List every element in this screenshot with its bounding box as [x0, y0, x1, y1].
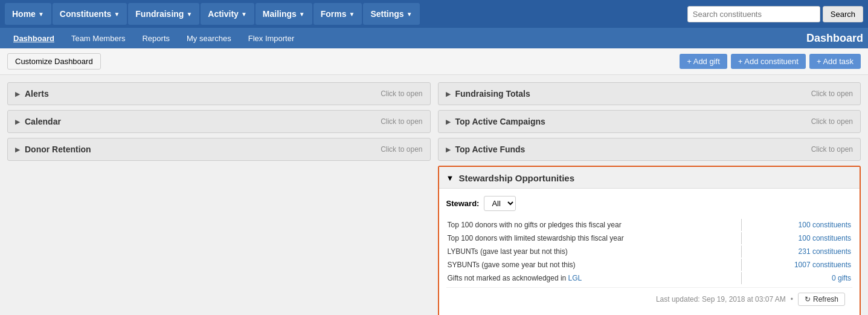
stewardship-row-count[interactable]: 1007 constituents — [747, 258, 852, 271]
mailings-arrow-icon: ▼ — [299, 11, 305, 18]
stewardship-row: Gifts not marked as acknowledged in LGL0… — [446, 271, 853, 285]
subnav-my-searches[interactable]: My searches — [178, 28, 240, 48]
steward-selector-row: Steward: All — [446, 196, 853, 211]
nav-forms[interactable]: Forms ▼ — [313, 3, 362, 25]
nav-home[interactable]: Home ▼ — [5, 3, 51, 25]
refresh-icon: ↻ — [805, 295, 811, 304]
subnav-dashboard[interactable]: Dashboard — [5, 28, 63, 48]
top-active-funds-collapse-icon: ▶ — [446, 146, 451, 153]
divider-cell — [736, 271, 747, 285]
top-nav: Home ▼ Constituents ▼ Fundraising ▼ Acti… — [0, 0, 868, 28]
nav-mailings[interactable]: Mailings ▼ — [256, 3, 312, 25]
steward-label: Steward: — [446, 199, 480, 208]
add-task-button[interactable]: + Add task — [809, 54, 861, 69]
page-title: Dashboard — [806, 32, 863, 45]
stewardship-row: SYBUNTs (gave some year but not this)100… — [446, 258, 853, 271]
add-gift-button[interactable]: + Add gift — [680, 54, 727, 69]
stewardship-body: Steward: All Top 100 donors with no gift… — [439, 189, 860, 315]
calendar-title: Calendar — [25, 117, 61, 126]
stewardship-row: LYBUNTs (gave last year but not this)231… — [446, 245, 853, 258]
activity-arrow-icon: ▼ — [241, 11, 247, 18]
forms-arrow-icon: ▼ — [349, 11, 355, 18]
fundraising-totals-header[interactable]: ▶ Fundraising Totals Click to open — [439, 83, 861, 105]
right-column: ▶ Fundraising Totals Click to open ▶ Top… — [438, 82, 861, 315]
calendar-click-text: Click to open — [381, 117, 422, 126]
stewardship-row: Top 100 donors with limited stewardship … — [446, 232, 853, 245]
add-constituent-button[interactable]: + Add constituent — [731, 54, 806, 69]
subnav-team-members[interactable]: Team Members — [63, 28, 134, 48]
calendar-collapse-icon: ▶ — [15, 119, 20, 125]
donor-retention-panel-header[interactable]: ▶ Donor Retention Click to open — [8, 138, 430, 160]
stewardship-row-count[interactable]: 100 constituents — [747, 218, 852, 232]
fundraising-totals-collapse-icon: ▶ — [446, 91, 451, 97]
stewardship-title: Stewardship Opportunities — [458, 173, 574, 183]
last-updated-text: Last updated: Sep 19, 2018 at 03:07 AM — [656, 295, 786, 304]
donor-retention-collapse-icon: ▶ — [15, 146, 20, 153]
calendar-panel: ▶ Calendar Click to open — [7, 110, 431, 133]
steward-select[interactable]: All — [484, 196, 516, 211]
settings-arrow-icon: ▼ — [407, 11, 413, 18]
search-input[interactable] — [687, 6, 820, 22]
action-buttons: + Add gift + Add constituent + Add task — [680, 54, 861, 69]
fundraising-totals-title: Fundraising Totals — [455, 89, 530, 99]
stewardship-row-desc: Gifts not marked as acknowledged in LGL — [446, 271, 736, 285]
stewardship-row-desc: LYBUNTs (gave last year but not this) — [446, 245, 736, 258]
divider-cell — [736, 258, 747, 271]
calendar-panel-header[interactable]: ▶ Calendar Click to open — [8, 111, 430, 132]
subnav-reports[interactable]: Reports — [133, 28, 178, 48]
alerts-panel: ▶ Alerts Click to open — [7, 82, 431, 105]
customize-dashboard-button[interactable]: Customize Dashboard — [7, 53, 101, 70]
divider-cell — [736, 245, 747, 258]
top-active-campaigns-header[interactable]: ▶ Top Active Campaigns Click to open — [439, 111, 861, 132]
stewardship-collapse-icon: ▼ — [446, 174, 454, 183]
alerts-collapse-icon: ▶ — [15, 91, 20, 97]
stewardship-header[interactable]: ▼ Stewardship Opportunities — [439, 167, 860, 189]
stewardship-row-count[interactable]: 0 gifts — [747, 271, 852, 285]
sub-nav: Dashboard Team Members Reports My search… — [0, 28, 868, 48]
stewardship-row: Top 100 donors with no gifts or pledges … — [446, 218, 853, 232]
top-active-funds-click-text: Click to open — [811, 145, 853, 154]
separator: • — [791, 295, 793, 304]
donor-retention-click-text: Click to open — [381, 145, 422, 154]
toolbar: Customize Dashboard + Add gift + Add con… — [0, 48, 868, 75]
donor-retention-panel: ▶ Donor Retention Click to open — [7, 138, 431, 161]
stewardship-row-count[interactable]: 100 constituents — [747, 232, 852, 245]
alerts-title: Alerts — [25, 89, 49, 99]
divider-cell — [736, 232, 747, 245]
constituents-arrow-icon: ▼ — [114, 11, 120, 18]
top-active-campaigns-click-text: Click to open — [811, 117, 853, 126]
nav-settings[interactable]: Settings ▼ — [363, 3, 419, 25]
subnav-flex-importer[interactable]: Flex Importer — [240, 28, 303, 48]
stewardship-footer: Last updated: Sep 19, 2018 at 03:07 AM •… — [446, 287, 853, 311]
top-active-campaigns-panel: ▶ Top Active Campaigns Click to open — [438, 110, 861, 133]
fundraising-totals-click-text: Click to open — [811, 89, 853, 98]
divider-cell — [736, 218, 747, 232]
stewardship-row-desc: Top 100 donors with limited stewardship … — [446, 232, 736, 245]
top-active-funds-panel: ▶ Top Active Funds Click to open — [438, 138, 861, 161]
alerts-click-text: Click to open — [381, 89, 422, 98]
nav-fundraising[interactable]: Fundraising ▼ — [128, 3, 199, 25]
top-active-funds-title: Top Active Funds — [455, 145, 526, 154]
nav-activity[interactable]: Activity ▼ — [201, 3, 254, 25]
lgl-link[interactable]: LGL — [568, 274, 582, 282]
stewardship-row-desc: Top 100 donors with no gifts or pledges … — [446, 218, 736, 232]
alerts-panel-header[interactable]: ▶ Alerts Click to open — [8, 83, 430, 105]
sub-nav-links: Dashboard Team Members Reports My search… — [5, 28, 806, 48]
fundraising-arrow-icon: ▼ — [186, 11, 192, 18]
top-active-campaigns-collapse-icon: ▶ — [446, 119, 451, 125]
search-button[interactable]: Search — [823, 6, 863, 22]
nav-constituents[interactable]: Constituents ▼ — [53, 3, 127, 25]
stewardship-row-count[interactable]: 231 constituents — [747, 245, 852, 258]
left-column: ▶ Alerts Click to open ▶ Calendar Click … — [7, 82, 431, 315]
main-content: ▶ Alerts Click to open ▶ Calendar Click … — [0, 75, 868, 315]
top-active-campaigns-title: Top Active Campaigns — [455, 117, 545, 126]
refresh-button[interactable]: ↻ Refresh — [798, 293, 845, 306]
search-area: Search — [687, 6, 863, 22]
top-active-funds-header[interactable]: ▶ Top Active Funds Click to open — [439, 138, 861, 160]
stewardship-table: Top 100 donors with no gifts or pledges … — [446, 218, 853, 285]
fundraising-totals-panel: ▶ Fundraising Totals Click to open — [438, 82, 861, 105]
donor-retention-title: Donor Retention — [25, 145, 91, 154]
stewardship-row-desc: SYBUNTs (gave some year but not this) — [446, 258, 736, 271]
nav-links: Home ▼ Constituents ▼ Fundraising ▼ Acti… — [5, 3, 687, 25]
stewardship-panel: ▼ Stewardship Opportunities Steward: All… — [438, 166, 861, 315]
